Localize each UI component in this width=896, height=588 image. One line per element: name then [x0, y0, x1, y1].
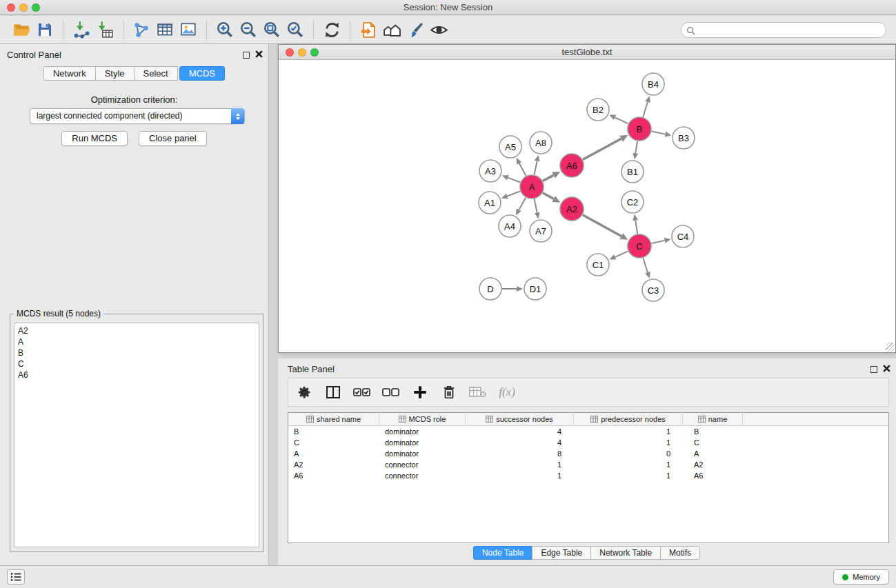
tab-select[interactable]: Select	[134, 66, 178, 81]
network-zoom-button[interactable]	[310, 48, 319, 57]
column-header-successor-nodes[interactable]: successor nodes	[466, 413, 574, 425]
open-session-icon[interactable]	[10, 19, 33, 41]
table-row[interactable]: B dominator 4 1 B	[288, 426, 888, 437]
graph-edge-C-C2	[635, 221, 637, 234]
network-close-button[interactable]	[286, 48, 294, 57]
select-all-rows-icon[interactable]	[353, 382, 371, 403]
close-panel-icon[interactable]	[255, 50, 263, 60]
optimization-criterion-label: Optimization criterion:	[0, 94, 268, 105]
network-canvas[interactable]: B4B2BB3A5A8A6B1A3AA1A2C2A4A7C4CC1C3DD1	[279, 61, 895, 352]
table-row[interactable]: A2 connector 1 1 A2	[288, 459, 888, 470]
home-icon[interactable]	[380, 19, 404, 41]
graph-arrowhead	[517, 286, 523, 292]
style-brush-icon[interactable]	[404, 19, 427, 41]
main-toolbar	[0, 16, 896, 44]
new-network-icon[interactable]	[130, 19, 153, 41]
graph-node-label-C1: C1	[593, 260, 604, 270]
graph-edge-A-A5	[519, 163, 526, 176]
open-file-icon[interactable]	[357, 19, 380, 41]
control-panel: Control Panel Network Style Select MCDS …	[0, 44, 269, 565]
graph-arrowhead	[535, 212, 540, 219]
show-graphics-eye-icon[interactable]	[427, 19, 450, 41]
column-header-predecessor-nodes[interactable]: predecessor nodes	[574, 413, 683, 425]
mcds-result-item[interactable]: B	[18, 347, 259, 358]
graph-node-label-D1: D1	[530, 284, 541, 294]
close-panel-icon[interactable]	[883, 364, 890, 374]
mcds-result-box: MCDS result (5 nodes) A2 A B C A6	[10, 314, 263, 552]
graph-node-label-A3: A3	[485, 166, 496, 176]
function-builder-icon: f(x)	[498, 382, 516, 403]
zoom-selected-icon[interactable]	[283, 19, 307, 41]
resize-grip[interactable]	[886, 343, 895, 352]
criterion-selected-value: largest connected component (directed)	[37, 111, 182, 121]
network-minimize-button[interactable]	[298, 48, 306, 57]
graph-edge-A6-B	[583, 139, 621, 159]
control-panel-tabs: Network Style Select MCDS	[0, 66, 268, 81]
import-network-icon[interactable]	[70, 19, 93, 41]
column-header-shared-name[interactable]: shared name	[288, 413, 379, 425]
graph-node-label-C4: C4	[677, 232, 689, 242]
delete-column-trash-icon[interactable]	[440, 382, 458, 403]
tab-network[interactable]: Network	[43, 66, 96, 81]
status-bar: Memory	[0, 565, 896, 588]
table-toolbar: f(x)	[288, 378, 889, 407]
import-table-icon[interactable]	[93, 19, 117, 41]
refresh-layout-icon[interactable]	[320, 19, 344, 41]
zoom-window-button[interactable]	[32, 3, 40, 12]
deselect-all-rows-icon[interactable]	[382, 382, 400, 403]
show-column-icon[interactable]	[324, 382, 342, 403]
tab-network-table[interactable]: Network Table	[590, 546, 661, 560]
tab-motifs[interactable]: Motifs	[660, 546, 700, 560]
mcds-result-item[interactable]: A2	[18, 325, 259, 336]
tab-node-table[interactable]: Node Table	[473, 546, 533, 560]
table-row[interactable]: A6 connector 1 1 A6	[288, 470, 888, 481]
close-window-button[interactable]	[7, 3, 15, 12]
memory-status-dot-icon	[842, 574, 848, 580]
float-panel-icon[interactable]	[870, 366, 877, 373]
mcds-result-item[interactable]: C	[18, 358, 259, 369]
search-input[interactable]	[681, 22, 886, 38]
zoom-out-icon[interactable]	[237, 19, 260, 41]
graph-edge-A-A2	[543, 193, 554, 199]
float-panel-icon[interactable]	[243, 52, 250, 59]
network-graph: B4B2BB3A5A8A6B1A3AA1A2C2A4A7C4CC1C3DD1	[279, 61, 895, 353]
application-window: Session: New Session	[0, 0, 896, 588]
graph-edge-B-B1	[635, 141, 637, 154]
close-panel-button[interactable]: Close panel	[139, 131, 207, 146]
table-settings-gear-icon[interactable]	[295, 382, 313, 403]
task-history-list-icon[interactable]	[7, 569, 25, 585]
add-column-icon[interactable]	[411, 382, 429, 403]
graph-arrowhead	[501, 194, 508, 199]
memory-status-button[interactable]: Memory	[833, 569, 889, 585]
mcds-result-item[interactable]: A6	[18, 369, 259, 381]
graph-node-label-A: A	[529, 182, 535, 192]
tab-style[interactable]: Style	[95, 66, 135, 81]
network-image-icon[interactable]	[177, 19, 200, 41]
zoom-fit-icon[interactable]	[260, 19, 283, 41]
tab-edge-table[interactable]: Edge Table	[532, 546, 591, 560]
mcds-result-item[interactable]: A	[18, 336, 259, 347]
minimize-window-button[interactable]	[19, 3, 28, 12]
node-table[interactable]: shared name MCDS role successor nodes pr…	[288, 412, 889, 543]
graph-edge-A-A4	[519, 198, 526, 210]
zoom-in-icon[interactable]	[213, 19, 237, 41]
column-header-mcds-role[interactable]: MCDS role	[379, 413, 466, 425]
toolbar-separator	[206, 20, 207, 39]
graph-node-label-C: C	[636, 241, 642, 252]
criterion-dropdown[interactable]: largest connected component (directed)	[30, 108, 245, 124]
graph-node-label-A5: A5	[505, 142, 516, 152]
graph-arrowhead	[633, 214, 638, 221]
column-header-name[interactable]: name	[683, 413, 743, 425]
tab-mcds[interactable]: MCDS	[179, 66, 225, 81]
graph-arrowhead	[633, 153, 638, 160]
table-row[interactable]: C dominator 4 1 C	[288, 437, 888, 448]
mcds-result-list[interactable]: A2 A B C A6	[14, 323, 259, 547]
run-mcds-button[interactable]: Run MCDS	[61, 131, 128, 146]
save-session-icon[interactable]	[33, 19, 57, 41]
search-icon	[686, 26, 695, 38]
graph-edge-A-A8	[535, 161, 537, 174]
table-row[interactable]: A dominator 8 0 A	[288, 448, 888, 459]
graph-node-label-A7: A7	[535, 226, 546, 236]
new-table-icon[interactable]	[153, 19, 177, 41]
graph-arrowhead	[645, 272, 650, 278]
